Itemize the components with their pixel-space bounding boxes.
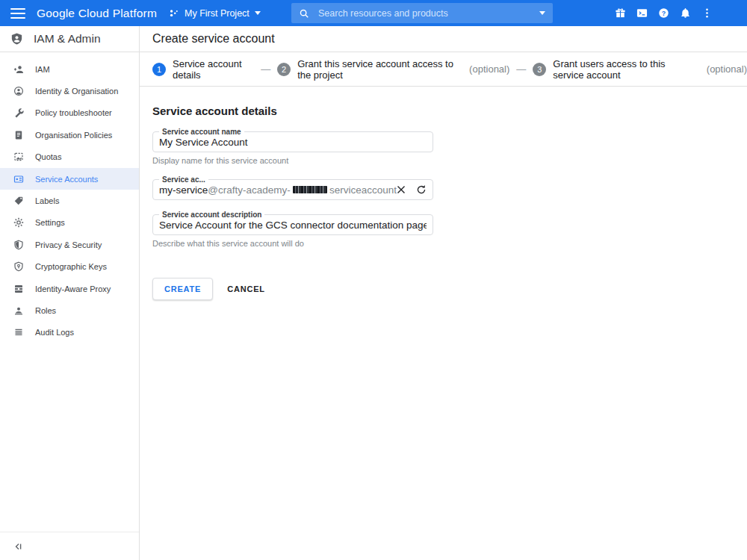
sidebar-item-service-accounts[interactable]: Service Accounts [0, 168, 139, 190]
collapse-panel-icon [13, 541, 23, 552]
sidebar-item-iam[interactable]: IAM [0, 58, 139, 80]
step-2-number: 2 [277, 63, 291, 76]
search-icon [299, 8, 309, 19]
sidebar-item-settings[interactable]: Settings [0, 212, 139, 234]
list-lines-icon [13, 327, 24, 337]
refresh-id-icon[interactable] [416, 184, 427, 195]
step-1-number: 1 [152, 63, 166, 76]
help-icon[interactable]: ? [658, 7, 669, 19]
person-add-icon [13, 64, 24, 75]
step-separator: — [261, 63, 270, 75]
id-domain-prefix: @crafty-academy- [208, 184, 290, 196]
sidebar-item-organisation-policies[interactable]: Organisation Policies [0, 124, 139, 146]
step-3-label: Grant users access to this service accou… [553, 58, 696, 81]
id-value: my-service [159, 184, 208, 196]
svg-text:?: ? [662, 10, 666, 17]
stepper: 1 Service account details — 2 Grant this… [140, 52, 747, 87]
sidebar-item-identity-organisation[interactable]: Identity & Organisation [0, 80, 139, 102]
name-field-group: Service account name Display name for th… [152, 131, 433, 165]
redacted-project-id [293, 186, 327, 193]
id-domain-suffix: serviceaccount [329, 184, 397, 196]
step-3-number: 3 [533, 63, 546, 76]
name-field-helper: Display name for this service account [152, 156, 433, 165]
name-field-label: Service account name [159, 128, 244, 136]
service-account-description-input[interactable] [159, 220, 427, 231]
page-title: Create service account [152, 32, 275, 46]
id-field-label: Service ac... [159, 175, 208, 184]
search-caret-icon[interactable] [539, 11, 545, 15]
section-title: Service account details [152, 105, 747, 117]
step-2-optional: (optional) [469, 63, 509, 75]
shield-half-icon [13, 240, 24, 250]
cloud-shell-icon[interactable] [636, 7, 648, 19]
cancel-button[interactable]: CANCEL [227, 284, 265, 293]
menu-icon[interactable] [10, 8, 25, 19]
proxy-layers-icon [13, 284, 24, 294]
service-account-name-input[interactable] [159, 137, 427, 148]
project-name: My First Project [185, 8, 249, 19]
global-search[interactable] [291, 3, 553, 23]
sidebar-item-privacy-security[interactable]: Privacy & Security [0, 234, 139, 255]
sidebar: IAM & Admin IAM Identity & Organisation [0, 26, 140, 560]
sidebar-collapse[interactable] [0, 532, 139, 560]
gear-icon [13, 217, 24, 228]
sidebar-item-cryptographic-keys[interactable]: Cryptographic Keys [0, 256, 139, 278]
iam-admin-shield-icon [10, 32, 24, 46]
page-header: Create service account [140, 26, 747, 52]
service-account-id-field[interactable]: Service ac... my-service @crafty-academy… [152, 179, 433, 200]
shield-key-icon [13, 261, 24, 272]
gcp-logo[interactable]: Google Cloud Platform [37, 7, 157, 20]
service-account-form: Service account details Service account … [140, 87, 747, 300]
description-field-helper: Describe what this service account will … [152, 239, 433, 248]
step-2: 2 Grant this service account access to t… [277, 58, 509, 81]
service-account-card-icon [13, 174, 24, 184]
sidebar-header: IAM & Admin [0, 26, 139, 52]
sidebar-item-identity-aware-proxy[interactable]: Identity-Aware Proxy [0, 278, 139, 299]
sidebar-item-roles[interactable]: Roles [0, 299, 139, 321]
notifications-icon[interactable] [680, 7, 691, 19]
step-3: 3 Grant users access to this service acc… [533, 58, 747, 81]
sidebar-item-labels[interactable]: Labels [0, 190, 139, 211]
step-3-optional: (optional) [707, 63, 747, 75]
step-separator: — [516, 63, 526, 75]
identity-person-icon [13, 86, 24, 96]
id-field-group: Service ac... my-service @crafty-academy… [152, 179, 433, 200]
main-content: Create service account 1 Service account… [140, 26, 747, 560]
quotas-frame-icon [13, 152, 24, 162]
step-1-label: Service account details [173, 58, 254, 81]
roles-person-icon [13, 305, 24, 316]
sidebar-item-policy-troubleshooter[interactable]: Policy troubleshooter [0, 102, 139, 124]
top-app-bar: Google Cloud Platform My First Project [0, 0, 747, 26]
step-2-label: Grant this service account access to the… [297, 58, 459, 81]
step-1: 1 Service account details [152, 58, 254, 81]
sidebar-item-quotas[interactable]: Quotas [0, 146, 139, 168]
create-button[interactable]: CREATE [152, 278, 213, 300]
project-caret-icon [255, 11, 261, 15]
clear-id-icon[interactable] [397, 185, 406, 194]
project-selector[interactable]: My First Project [169, 8, 261, 19]
label-tag-icon [13, 196, 24, 206]
search-input[interactable] [318, 8, 539, 19]
project-icon [169, 8, 179, 19]
sidebar-nav: IAM Identity & Organisation Policy troub… [0, 52, 139, 343]
document-icon [13, 130, 24, 140]
sidebar-title: IAM & Admin [34, 32, 101, 46]
wrench-icon [13, 108, 24, 118]
gift-icon[interactable] [615, 7, 626, 19]
description-field-group: Service account description Describe wha… [152, 214, 433, 248]
description-field-label: Service account description [159, 211, 264, 219]
more-vert-icon[interactable] [701, 7, 713, 19]
sidebar-item-audit-logs[interactable]: Audit Logs [0, 322, 139, 343]
